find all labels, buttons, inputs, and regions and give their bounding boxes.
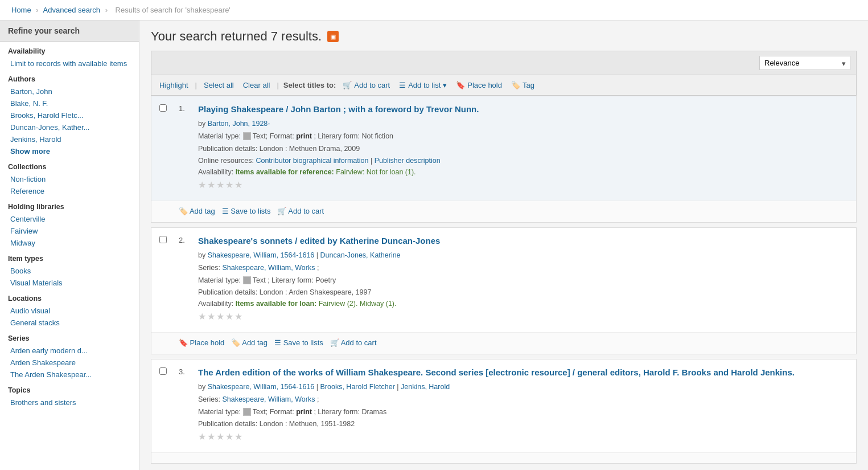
sidebar-section-title: Topics (0, 381, 139, 397)
star-icon[interactable]: ★ (207, 311, 215, 322)
star-icon[interactable]: ★ (216, 311, 224, 322)
star-icon[interactable]: ★ (216, 179, 224, 190)
sidebar-item[interactable]: Non-fiction (0, 173, 139, 185)
result-actions: 🏷️ Add tag☰ Save to lists🛒 Add to cart (151, 201, 856, 222)
toolbar: Highlight | Select all Clear all | Selec… (151, 75, 857, 96)
result-item: 3. The Arden edition of the works of Wil… (151, 359, 857, 464)
highlight-button[interactable]: Highlight (157, 80, 191, 91)
sidebar-item[interactable]: Reference (0, 185, 139, 197)
result-author-link[interactable]: Jenkins, Harold (401, 383, 450, 391)
result-author-link[interactable]: Brooks, Harold Fletcher (320, 383, 395, 391)
result-checkbox[interactable] (159, 367, 167, 375)
star-icon[interactable]: ★ (225, 179, 233, 190)
cart-icon: 🛒 (343, 81, 352, 89)
result-stars: ★★★★★ (198, 179, 848, 190)
action-save-to-lists-button[interactable]: ☰ Save to lists (222, 206, 271, 216)
result-actions: 🔖 Place hold🏷️ Add tag☰ Save to lists🛒 A… (151, 332, 856, 354)
sidebar-item[interactable]: Arden Shakespeare (0, 357, 139, 369)
toolbar-tag-button[interactable]: 🏷️ Tag (509, 80, 537, 91)
action-add-to-cart-button[interactable]: 🛒 Add to cart (330, 337, 377, 348)
action-place-hold-button[interactable]: 🔖 Place hold (179, 337, 224, 348)
sidebar-item[interactable]: Brothers and sisters (0, 397, 139, 408)
sidebar-item[interactable]: Barton, John (0, 85, 139, 97)
main-content: Your search returned 7 results. ▣ Releva… (139, 21, 868, 470)
star-icon[interactable]: ★ (216, 431, 224, 442)
star-icon[interactable]: ★ (235, 431, 242, 442)
breadcrumb: Home › Advanced search › Results of sear… (0, 0, 868, 21)
result-number: 3. (179, 366, 192, 447)
result-author-link[interactable]: Shakespeare, William, 1564-1616 (208, 383, 315, 391)
toolbar-add-to-list-button[interactable]: ☰ Add to list ▾ (397, 80, 449, 91)
result-author-link[interactable]: Duncan-Jones, Katherine (320, 251, 401, 259)
sidebar-item[interactable]: Fairview (0, 225, 139, 237)
sidebar-section-title: Holding libraries (0, 197, 139, 213)
select-all-button[interactable]: Select all (201, 80, 236, 91)
result-body: 2. Shakespeare's sonnets / edited by Kat… (151, 228, 856, 332)
sidebar-item[interactable]: Visual Materials (0, 277, 139, 289)
sidebar-item[interactable]: Jenkins, Harold (0, 133, 139, 145)
sidebar-item[interactable]: Brooks, Harold Fletc... (0, 109, 139, 121)
sidebar-item[interactable]: Limit to records with available items (0, 58, 139, 70)
star-icon[interactable]: ★ (207, 179, 215, 190)
result-author-link[interactable]: Shakespeare, William, 1564-1616 (208, 251, 315, 259)
action-add-tag-button[interactable]: 🏷️ Add tag (179, 206, 215, 216)
sidebar-item[interactable]: Centerville (0, 213, 139, 225)
sidebar-item[interactable]: General stacks (0, 317, 139, 329)
sidebar-item[interactable]: Show more (0, 145, 139, 157)
result-author-link[interactable]: Barton, John, 1928- (208, 120, 270, 128)
result-content: The Arden edition of the works of Willia… (198, 366, 848, 447)
result-item: 2. Shakespeare's sonnets / edited by Kat… (151, 227, 857, 354)
sidebar-item[interactable]: Midway (0, 237, 139, 249)
sidebar: Refine your search AvailabilityLimit to … (0, 21, 139, 470)
result-checkbox[interactable] (159, 104, 167, 112)
result-body: 1. Playing Shakespeare / John Barton ; w… (151, 96, 856, 201)
bookmark-icon: 🔖 (456, 81, 465, 89)
breadcrumb-current: Results of search for 'shakespeare' (116, 6, 231, 14)
breadcrumb-advanced-search[interactable]: Advanced search (43, 6, 100, 14)
star-icon[interactable]: ★ (198, 431, 206, 442)
toolbar-add-to-cart-button[interactable]: 🛒 Add to cart (340, 80, 392, 91)
result-meta-line: Publication details: London : Arden Shak… (198, 287, 848, 298)
rss-icon[interactable]: ▣ (327, 31, 339, 42)
sort-select[interactable]: RelevanceTitle A-ZTitle Z-ADate newestDa… (759, 56, 850, 70)
sidebar-item[interactable]: Duncan-Jones, Kather... (0, 121, 139, 133)
result-series: Series: Shakespeare, William, Works ; (198, 394, 848, 405)
action-add-tag-button[interactable]: 🏷️ Add tag (231, 337, 268, 348)
star-icon[interactable]: ★ (198, 311, 206, 322)
star-icon[interactable]: ★ (235, 311, 242, 322)
tag-icon: 🏷️ (511, 81, 520, 89)
breadcrumb-home[interactable]: Home (11, 6, 31, 14)
sort-wrapper[interactable]: RelevanceTitle A-ZTitle Z-ADate newestDa… (759, 56, 850, 70)
star-icon[interactable]: ★ (235, 179, 242, 190)
result-body: 3. The Arden edition of the works of Wil… (151, 359, 856, 452)
sidebar-section-title: Collections (0, 157, 139, 173)
clear-all-button[interactable]: Clear all (241, 80, 273, 91)
star-icon[interactable]: ★ (225, 431, 233, 442)
action-add-to-cart-button[interactable]: 🛒 Add to cart (277, 206, 324, 216)
result-content: Shakespeare's sonnets / edited by Kather… (198, 235, 848, 326)
result-checkbox[interactable] (159, 236, 167, 243)
sidebar-item[interactable]: The Arden Shakespear... (0, 369, 139, 381)
result-meta-line: Publication details: London : Methuen, 1… (198, 419, 848, 430)
result-online-resources: Online resources: Contributor biographic… (198, 156, 848, 166)
star-icon[interactable]: ★ (198, 179, 206, 190)
dropdown-arrow-icon: ▾ (443, 81, 447, 89)
sidebar-item[interactable]: Books (0, 265, 139, 277)
result-stars: ★★★★★ (198, 311, 848, 322)
result-number: 2. (179, 235, 192, 326)
result-title[interactable]: Playing Shakespeare / John Barton ; with… (198, 103, 848, 115)
toolbar-place-hold-button[interactable]: 🔖 Place hold (454, 80, 504, 91)
star-icon[interactable]: ★ (207, 431, 215, 442)
result-author: by Barton, John, 1928- (198, 118, 848, 129)
result-author: by Shakespeare, William, 1564-1616 | Bro… (198, 382, 848, 393)
sidebar-item[interactable]: Audio visual (0, 305, 139, 317)
result-series: Series: Shakespeare, William, Works ; (198, 263, 848, 273)
result-meta-line: Material type: Text; Format: print ; Lit… (198, 407, 848, 418)
action-save-to-lists-button[interactable]: ☰ Save to lists (274, 337, 323, 348)
sidebar-item[interactable]: Arden early modern d... (0, 345, 139, 357)
sidebar-item[interactable]: Blake, N. F. (0, 97, 139, 109)
result-title[interactable]: Shakespeare's sonnets / edited by Kather… (198, 235, 848, 247)
sidebar-section-title: Authors (0, 70, 139, 85)
result-title[interactable]: The Arden edition of the works of Willia… (198, 366, 848, 378)
star-icon[interactable]: ★ (225, 311, 233, 322)
